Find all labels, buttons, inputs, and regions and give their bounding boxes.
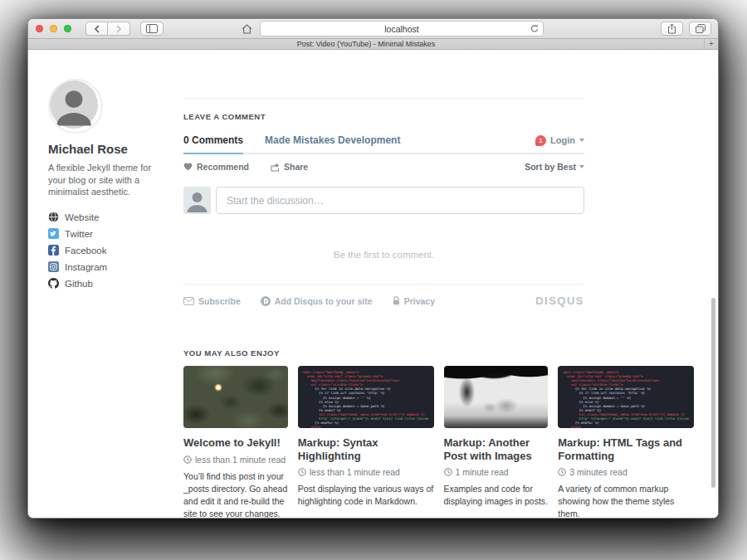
disqus-d-icon	[261, 296, 271, 306]
share-label: Share	[284, 162, 308, 172]
guest-avatar	[183, 187, 211, 214]
read-time: less than 1 minute read	[183, 455, 288, 465]
disqus-share-button[interactable]: Share	[271, 162, 308, 172]
post-thumbnail-fog[interactable]	[444, 366, 549, 428]
browser-toolbar: localhost	[28, 19, 718, 39]
disqus-actions: Recommend Share Sort by Best	[183, 154, 584, 179]
person-silhouette-icon	[50, 80, 98, 129]
chevron-down-icon	[579, 165, 584, 168]
author-bio: A flexible Jekyll theme for your blog or…	[48, 162, 158, 198]
related-card: <div class="masthead__menu"> <nav id="si…	[558, 366, 694, 519]
post-excerpt: Post displaying the various ways of high…	[298, 483, 434, 508]
subscribe-label: Subscribe	[198, 296, 241, 306]
safari-window: localhost Post: Video (YouTube) - Minima…	[27, 18, 719, 519]
chevron-left-icon	[94, 25, 100, 33]
author-link-twitter[interactable]: Twitter	[48, 226, 166, 242]
author-links: Website Twitter Facebook	[48, 209, 166, 292]
post-title-link[interactable]: Markup: Syntax Highlighting	[298, 436, 434, 462]
github-icon	[48, 278, 59, 289]
post-title-link[interactable]: Markup: HTML Tags and Formatting	[558, 436, 694, 462]
post-title-link[interactable]: Welcome to Jekyll!	[183, 436, 288, 450]
refresh-button[interactable]	[530, 24, 539, 33]
read-time-label: 3 minutes read	[569, 467, 627, 477]
author-link-facebook[interactable]: Facebook	[48, 242, 166, 259]
disqus-footer: Subscribe Add Disqus to your site Privac…	[183, 285, 584, 307]
privacy-link[interactable]: Privacy	[393, 296, 435, 306]
author-link-label: Facebook	[65, 246, 107, 256]
comment-count-tab[interactable]: 0 Comments	[183, 134, 243, 146]
clock-icon	[444, 468, 452, 476]
section-divider	[183, 98, 584, 99]
empty-thread-message: Be the first to comment.	[183, 250, 584, 260]
share-arrow-icon	[271, 163, 280, 172]
recommend-label: Recommend	[197, 162, 249, 172]
back-button[interactable]	[85, 22, 108, 36]
author-link-website[interactable]: Website	[48, 209, 166, 226]
sidebar-icon	[146, 24, 158, 33]
disqus-header: 0 Comments Made Mistakes Development 1 L…	[183, 134, 584, 154]
home-icon	[242, 24, 252, 34]
recommend-button[interactable]: Recommend	[183, 162, 249, 172]
heart-icon	[183, 163, 193, 171]
scrollbar-thumb[interactable]	[711, 298, 715, 488]
instagram-icon	[48, 261, 59, 272]
minimize-window-button[interactable]	[50, 25, 57, 32]
post-thumbnail-code[interactable]: <div class="masthead__menu"> <nav id="si…	[558, 366, 694, 428]
post-excerpt: You’ll find this post in your _posts dir…	[183, 470, 288, 519]
close-window-button[interactable]	[36, 25, 43, 32]
author-link-label: Github	[65, 279, 93, 289]
author-link-github[interactable]: Github	[48, 275, 166, 292]
login-menu[interactable]: 1 Login	[535, 135, 584, 146]
facebook-icon	[48, 245, 59, 256]
author-link-label: Twitter	[65, 229, 93, 239]
nav-button-group	[85, 22, 130, 36]
post-thumbnail-moss[interactable]	[183, 366, 288, 428]
tab-overview-button[interactable]	[689, 22, 711, 36]
home-button[interactable]	[237, 22, 256, 36]
sort-label: Sort by Best	[525, 162, 576, 172]
community-link[interactable]: Made Mistakes Development	[265, 134, 400, 146]
code-screenshot-text: <div class="masthead__menu"> <nav id="si…	[558, 366, 694, 428]
related-card: Markup: Another Post with Images 1 minut…	[444, 366, 549, 519]
comment-input[interactable]	[216, 187, 584, 214]
author-name: Michael Rose	[48, 142, 166, 156]
author-sidebar: Michael Rose A flexible Jekyll theme for…	[48, 79, 166, 292]
address-bar[interactable]: localhost	[260, 21, 544, 37]
clock-icon	[183, 455, 192, 464]
browser-tab[interactable]: Post: Video (YouTube) - Minimal Mistakes	[28, 39, 704, 49]
sort-menu[interactable]: Sort by Best	[525, 162, 584, 172]
post-thumbnail-code[interactable]: <div class="masthead__menu"> <nav id="si…	[298, 366, 434, 428]
tab-overview-icon	[696, 24, 706, 33]
zoom-window-button[interactable]	[64, 25, 71, 32]
post-title-link[interactable]: Markup: Another Post with Images	[444, 436, 549, 462]
clock-icon	[298, 468, 306, 476]
twitter-icon	[48, 228, 59, 239]
author-link-instagram[interactable]: Instagram	[48, 259, 166, 275]
read-time-label: less than 1 minute read	[195, 455, 286, 465]
code-screenshot-text: <div class="masthead__menu"> <nav id="si…	[298, 366, 434, 428]
author-avatar	[48, 79, 103, 134]
share-button[interactable]	[661, 22, 683, 36]
clock-icon	[558, 468, 566, 476]
related-cards-grid: Welcome to Jekyll! less than 1 minute re…	[183, 366, 694, 519]
related-card: Welcome to Jekyll! less than 1 minute re…	[183, 366, 288, 519]
related-card: <div class="masthead__menu"> <nav id="si…	[298, 366, 434, 519]
notification-badge[interactable]: 1	[535, 135, 546, 146]
tab-bar: Post: Video (YouTube) - Minimal Mistakes…	[28, 39, 718, 50]
lock-icon	[393, 296, 400, 305]
forward-button[interactable]	[108, 22, 130, 36]
read-time: 3 minutes read	[558, 467, 694, 477]
author-link-label: Website	[65, 212, 99, 222]
add-disqus-label: Add Disqus to your site	[275, 296, 373, 306]
author-link-label: Instagram	[65, 262, 107, 272]
add-disqus-link[interactable]: Add Disqus to your site	[261, 296, 373, 306]
post-excerpt: A variety of common markup showing how t…	[558, 483, 694, 519]
chevron-right-icon	[115, 25, 122, 33]
read-time-label: less than 1 minute read	[310, 467, 400, 477]
disqus-thread: 0 Comments Made Mistakes Development 1 L…	[183, 134, 584, 307]
new-tab-button[interactable]: +	[704, 39, 718, 49]
login-label: Login	[550, 135, 575, 145]
sidebar-toggle-button[interactable]	[140, 22, 164, 36]
subscribe-link[interactable]: Subscribe	[183, 296, 241, 306]
comment-form	[183, 187, 584, 214]
